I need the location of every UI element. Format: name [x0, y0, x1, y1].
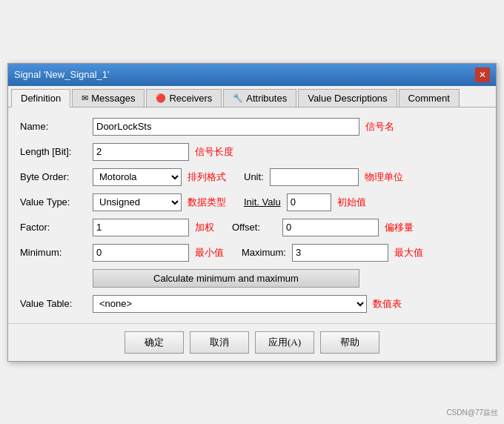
maximum-input[interactable]	[292, 244, 388, 262]
length-label: Length [Bit]:	[20, 146, 87, 157]
length-row: Length [Bit]: 信号长度	[20, 143, 484, 161]
tab-attributes-label: Attributes	[246, 93, 287, 104]
tab-receivers[interactable]: 🔴 Receivers	[146, 89, 222, 107]
tab-comment[interactable]: Comment	[399, 89, 460, 107]
attributes-icon: 🔧	[233, 93, 243, 103]
signal-dialog: Signal 'New_Signal_1' ✕ Definition ✉ Mes…	[7, 63, 497, 362]
valuetype-label: Value Type:	[20, 196, 87, 208]
minimum-label: Minimum:	[20, 247, 87, 258]
byteorder-label: Byte Order:	[20, 171, 87, 182]
confirm-button[interactable]: 确定	[125, 331, 184, 354]
minimum-input[interactable]	[93, 244, 189, 262]
offset-input[interactable]	[282, 219, 379, 236]
close-button[interactable]: ✕	[475, 67, 490, 82]
tab-definition[interactable]: Definition	[11, 89, 70, 107]
unit-input[interactable]	[270, 168, 359, 186]
tab-definition-label: Definition	[21, 93, 61, 104]
apply-button[interactable]: 应用(A)	[255, 331, 314, 354]
factor-label: Factor:	[20, 222, 87, 233]
valuetable-label: Value Table:	[20, 298, 87, 309]
minimum-annotation: 最小值	[195, 246, 224, 259]
tab-bar: Definition ✉ Messages 🔴 Receivers 🔧 Attr…	[8, 86, 496, 107]
factor-offset-row: Factor: 加权 Offset: 偏移量	[20, 219, 484, 236]
length-input[interactable]	[93, 143, 189, 161]
byteorder-annotation: 排列格式	[188, 170, 226, 184]
calc-min-max-button[interactable]: Calculate minimum and maximum	[93, 269, 359, 288]
factor-input[interactable]	[93, 219, 189, 236]
help-button[interactable]: 帮助	[320, 331, 379, 354]
name-row: Name: 信号名	[20, 118, 484, 136]
tab-messages-label: Messages	[91, 93, 135, 104]
tab-receivers-label: Receivers	[169, 93, 212, 104]
length-annotation: 信号长度	[195, 145, 233, 159]
form-content: Name: 信号名 Length [Bit]: 信号长度 Byte Order:…	[8, 107, 496, 323]
initval-annotation: 初始值	[337, 196, 366, 209]
name-annotation: 信号名	[365, 120, 394, 133]
watermark: CSDN@77蒜丝	[446, 408, 498, 418]
factor-annotation: 加权	[195, 221, 214, 234]
offset-label: Offset:	[232, 222, 276, 233]
valuetable-row: Value Table: <none> 数值表	[20, 295, 484, 313]
name-label: Name:	[20, 121, 87, 132]
tab-value-descriptions[interactable]: Value Descriptions	[298, 89, 397, 107]
name-input[interactable]	[93, 118, 359, 136]
receivers-icon: 🔴	[156, 93, 166, 103]
tab-messages[interactable]: ✉ Messages	[72, 89, 145, 107]
unit-annotation: 物理单位	[365, 170, 403, 184]
maximum-label: Maximum:	[242, 247, 286, 258]
byteorder-unit-row: Byte Order: Motorola Intel 排列格式 Unit: 物理…	[20, 168, 484, 186]
cancel-button[interactable]: 取消	[190, 331, 249, 354]
title-bar: Signal 'New_Signal_1' ✕	[8, 64, 496, 86]
min-max-row: Minimum: 最小值 Maximum: 最大值	[20, 244, 484, 262]
tab-comment-label: Comment	[408, 93, 450, 104]
tab-attributes[interactable]: 🔧 Attributes	[223, 89, 296, 107]
footer: 确定 取消 应用(A) 帮助	[8, 323, 496, 361]
offset-annotation: 偏移量	[385, 221, 414, 234]
valuetype-annotation: 数据类型	[188, 196, 226, 209]
byteorder-select[interactable]: Motorola Intel	[93, 168, 182, 186]
messages-icon: ✉	[82, 93, 88, 103]
valuetype-initval-row: Value Type: Unsigned Signed Float Double…	[20, 193, 484, 211]
initval-label: Init. Valu	[244, 196, 281, 208]
valuetype-select[interactable]: Unsigned Signed Float Double	[93, 193, 182, 211]
unit-label: Unit:	[244, 171, 264, 182]
maximum-annotation: 最大值	[394, 246, 423, 259]
calc-row: Calculate minimum and maximum	[20, 269, 484, 288]
valuetable-select[interactable]: <none>	[93, 295, 367, 313]
tab-value-descriptions-label: Value Descriptions	[308, 93, 387, 104]
valuetable-annotation: 数值表	[373, 297, 402, 311]
initval-input[interactable]	[287, 193, 331, 211]
dialog-title: Signal 'New_Signal_1'	[14, 69, 110, 80]
